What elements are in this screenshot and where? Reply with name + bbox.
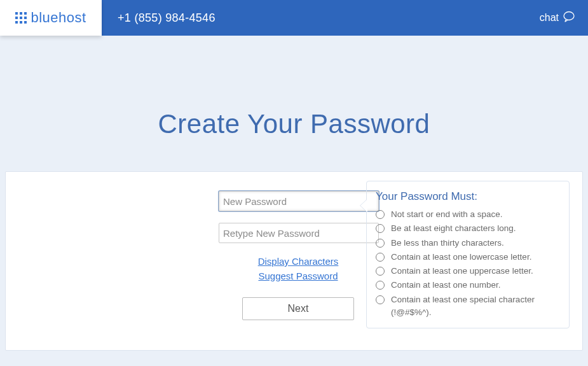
rule-text: Be at least eight characters long. xyxy=(391,222,516,235)
rule-text: Contain at least one lowercase letter. xyxy=(391,251,531,264)
bullet-icon xyxy=(376,253,385,262)
rule-item: Contain at least one special character (… xyxy=(376,293,560,320)
rule-item: Not start or end with a space. xyxy=(376,208,560,221)
svg-rect-4 xyxy=(20,17,22,19)
svg-point-9 xyxy=(564,12,574,20)
rule-item: Contain at least one lowercase letter. xyxy=(376,251,560,264)
bullet-icon xyxy=(376,210,385,219)
svg-rect-8 xyxy=(24,21,27,24)
svg-rect-6 xyxy=(15,21,18,24)
svg-rect-3 xyxy=(15,17,18,19)
rule-text: Contain at least one special character (… xyxy=(391,293,560,320)
rule-item: Contain at least one uppercase letter. xyxy=(376,265,560,278)
next-button[interactable]: Next xyxy=(242,297,354,320)
rule-text: Be less than thirty characters. xyxy=(391,237,504,250)
password-panel: Display Characters Suggest Password Next… xyxy=(5,171,583,351)
rule-text: Contain at least one number. xyxy=(391,279,501,292)
svg-rect-0 xyxy=(15,12,18,15)
rules-title: Your Password Must: xyxy=(376,190,560,203)
display-characters-link[interactable]: Display Characters xyxy=(219,255,378,269)
rule-item: Be at least eight characters long. xyxy=(376,222,560,235)
suggest-password-link[interactable]: Suggest Password xyxy=(219,269,378,284)
rule-item: Contain at least one number. xyxy=(376,279,560,292)
new-password-input[interactable] xyxy=(219,191,379,211)
password-rules-box: Your Password Must: Not start or end wit… xyxy=(366,181,570,328)
chat-icon xyxy=(559,11,575,25)
bullet-icon xyxy=(376,239,385,248)
rule-text: Not start or end with a space. xyxy=(391,208,503,221)
rule-item: Be less than thirty characters. xyxy=(376,237,560,250)
grid-icon xyxy=(15,12,27,24)
bullet-icon xyxy=(376,295,385,304)
svg-rect-5 xyxy=(24,17,27,19)
bullet-icon xyxy=(376,267,385,276)
chat-label: chat xyxy=(540,12,559,24)
bullet-icon xyxy=(376,224,385,233)
hero-section: Create Your Password xyxy=(0,36,588,139)
svg-rect-2 xyxy=(24,12,27,15)
brand-name: bluehost xyxy=(31,10,86,26)
svg-rect-1 xyxy=(20,12,22,15)
page-title: Create Your Password xyxy=(0,109,588,139)
bullet-icon xyxy=(376,281,385,290)
brand-logo[interactable]: bluehost xyxy=(0,0,102,36)
app-header: bluehost +1 (855) 984-4546 chat xyxy=(0,0,588,36)
password-form: Display Characters Suggest Password Next xyxy=(219,191,378,320)
chat-button[interactable]: chat xyxy=(540,11,575,25)
svg-rect-7 xyxy=(20,21,22,24)
rule-text: Contain at least one uppercase letter. xyxy=(391,265,533,278)
support-phone[interactable]: +1 (855) 984-4546 xyxy=(118,11,215,25)
retype-password-input[interactable] xyxy=(219,223,379,243)
